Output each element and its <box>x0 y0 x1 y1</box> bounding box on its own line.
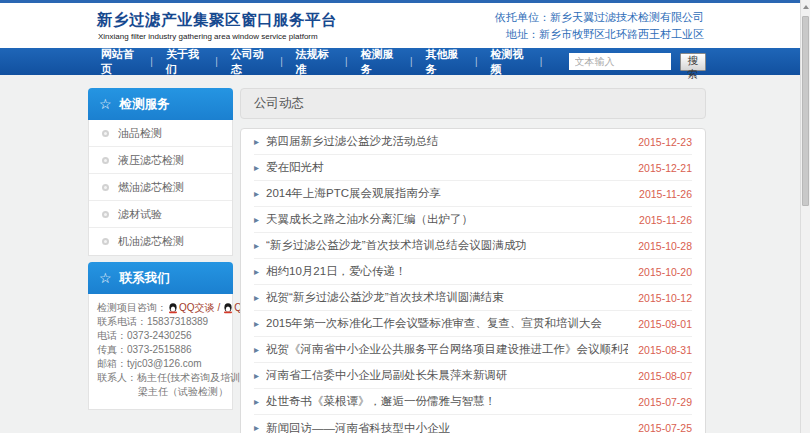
nav-menu-item[interactable]: 网站首页 <box>88 47 153 77</box>
contact-info-line: 联系电话：15837318389 <box>97 315 227 329</box>
qq-consult-line: 检测项目咨询： QQ交谈 / <box>97 301 227 315</box>
news-item-title: 祝贺“新乡过滤公益沙龙”首次技术培训圆满结束 <box>266 290 504 305</box>
news-item[interactable]: ▸ 处世奇书《菜根谭》，邂逅一份儒雅与智慧！ 2015-07-29 <box>254 389 692 415</box>
news-item[interactable]: ▸ 2014年上海PTC展会观展指南分享 2015-11-26 <box>254 181 692 207</box>
nav-menu-item[interactable]: 法规标准 <box>283 47 348 77</box>
circle-bullet-icon <box>102 184 109 191</box>
contact-body: 检测项目咨询： QQ交谈 / <box>88 294 233 410</box>
service-list-item[interactable]: 机油滤芯检测 <box>89 228 232 255</box>
news-item[interactable]: ▸ 相约10月21日，爱心传递！ 2015-10-20 <box>254 259 692 285</box>
news-list: ▸ 第四届新乡过滤公益沙龙活动总结 2015-12-23 ▸ 爱在阳光村 201… <box>240 128 706 433</box>
news-item-date: 2015-10-12 <box>628 292 692 304</box>
circle-bullet-icon <box>102 130 109 137</box>
nav-menu-item[interactable]: 检测视频 <box>478 47 543 77</box>
main-navigation: 网站首页 关于我们 公司动态 法规标准 检测服务 其他服务 检测视频 搜 索 <box>0 48 810 75</box>
news-item-title: “新乡过滤公益沙龙”首次技术培训总结会议圆满成功 <box>266 238 527 253</box>
news-item-title: 第四届新乡过滤公益沙龙活动总结 <box>266 134 439 149</box>
arrow-right-icon: ▸ <box>254 163 259 173</box>
star-icon: ☆ <box>99 271 112 285</box>
address-line: 地址：新乡市牧野区北环路西王村工业区 <box>495 26 704 43</box>
contact-panel-title: 联系我们 <box>120 270 170 287</box>
contact-info-line: 电话：0373-2430256 <box>97 329 227 343</box>
main-content: 公司动态 ▸ 第四届新乡过滤公益沙龙活动总结 2015-12-23 ▸ 爱在阳光… <box>240 88 706 433</box>
scrollbar-thumb[interactable] <box>802 16 809 206</box>
arrow-right-icon: ▸ <box>254 345 259 355</box>
news-item-date: 2015-09-01 <box>628 318 692 330</box>
news-item[interactable]: ▸ 祝贺《河南省中小企业公共服务平台网络项目建设推进工作》会议顺利召开 2015… <box>254 337 692 363</box>
news-item-title: 祝贺《河南省中小企业公共服务平台网络项目建设推进工作》会议顺利召开 <box>266 342 628 357</box>
qq-penguin-icon <box>223 303 233 314</box>
site-subtitle: Xinxiang filter industry gathering area … <box>88 32 337 41</box>
news-item[interactable]: ▸ 新闻回访——河南省科技型中小企业 2015-07-25 <box>254 415 692 433</box>
news-item-date: 2015-10-28 <box>628 240 692 252</box>
vertical-scrollbar[interactable] <box>800 0 810 433</box>
search-input[interactable] <box>569 53 671 70</box>
services-list: 油品检测 液压滤芯检测 燃油滤芯检测 滤材试验 机油滤芯检测 <box>88 120 233 256</box>
news-item-date: 2015-08-07 <box>628 370 692 382</box>
sidebar: ☆ 检测服务 油品检测 液压滤芯检测 燃油滤芯检测 滤材试验 <box>88 88 233 433</box>
scroll-up-button[interactable] <box>801 0 810 14</box>
service-list-item[interactable]: 滤材试验 <box>89 201 232 228</box>
arrow-right-icon: ▸ <box>254 267 259 277</box>
news-item-title: 2014年上海PTC展会观展指南分享 <box>266 186 441 201</box>
services-panel-header: ☆ 检测服务 <box>88 88 233 120</box>
news-item[interactable]: ▸ 河南省工信委中小企业局副处长朱晨萍来新调研 2015-08-07 <box>254 363 692 389</box>
page-title: 公司动态 <box>240 88 706 119</box>
news-item-title: 天翼成长之路之油水分离汇编（出炉了） <box>266 212 473 227</box>
news-item-title: 相约10月21日，爱心传递！ <box>266 264 407 279</box>
nav-menu-item[interactable]: 公司动态 <box>218 47 283 77</box>
qq-chat-link-1[interactable]: QQ交谈 <box>168 301 215 315</box>
news-item-date: 2015-12-21 <box>628 162 692 174</box>
arrow-right-icon: ▸ <box>254 241 259 251</box>
arrow-right-icon: ▸ <box>254 137 259 147</box>
service-list-item[interactable]: 液压滤芯检测 <box>89 147 232 174</box>
news-item[interactable]: ▸ “新乡过滤公益沙龙”首次技术培训总结会议圆满成功 2015-10-28 <box>254 233 692 259</box>
news-item[interactable]: ▸ 祝贺“新乡过滤公益沙龙”首次技术培训圆满结束 2015-10-12 <box>254 285 692 311</box>
site-title: 新乡过滤产业集聚区窗口服务平台 <box>88 10 337 31</box>
news-item[interactable]: ▸ 天翼成长之路之油水分离汇编（出炉了） 2015-11-26 <box>254 207 692 233</box>
arrow-right-icon: ▸ <box>254 423 259 433</box>
news-item-title: 2015年第一次标准化工作会议暨标准审查、复查、宣贯和培训大会 <box>266 316 602 331</box>
news-item-title: 河南省工信委中小企业局副处长朱晨萍来新调研 <box>266 368 508 383</box>
news-item[interactable]: ▸ 2015年第一次标准化工作会议暨标准审查、复查、宣贯和培训大会 2015-0… <box>254 311 692 337</box>
arrow-right-icon: ▸ <box>254 293 259 303</box>
circle-bullet-icon <box>102 211 109 218</box>
qq-penguin-icon <box>168 303 178 314</box>
services-panel: ☆ 检测服务 油品检测 液压滤芯检测 燃油滤芯检测 滤材试验 <box>88 88 233 256</box>
star-icon: ☆ <box>99 97 112 111</box>
nav-menu-item[interactable]: 关于我们 <box>153 47 218 77</box>
arrow-right-icon: ▸ <box>254 397 259 407</box>
circle-bullet-icon <box>102 157 109 164</box>
nav-menu-item[interactable]: 检测服务 <box>348 47 413 77</box>
contact-info-line: 传真：0373-2515886 <box>97 343 227 357</box>
news-item-title: 爱在阳光村 <box>266 160 324 175</box>
news-item-date: 2015-10-20 <box>628 266 692 278</box>
site-logo: 新乡过滤产业集聚区窗口服务平台 Xinxiang filter industry… <box>88 10 337 41</box>
news-item-date: 2015-11-26 <box>629 188 692 200</box>
contact-panel: ☆ 联系我们 检测项目咨询： QQ交谈 / <box>88 262 233 410</box>
contact-info-line: 联系人：杨主任(技术咨询及培训) <box>97 371 227 385</box>
header-contact-info: 依托单位：新乡天翼过滤技术检测有限公司 地址：新乡市牧野区北环路西王村工业区 <box>495 9 706 43</box>
service-list-item[interactable]: 燃油滤芯检测 <box>89 174 232 201</box>
arrow-right-icon: ▸ <box>254 371 259 381</box>
news-item[interactable]: ▸ 第四届新乡过滤公益沙龙活动总结 2015-12-23 <box>254 129 692 155</box>
search-area: 搜 索 <box>569 53 707 71</box>
news-item[interactable]: ▸ 爱在阳光村 2015-12-21 <box>254 155 692 181</box>
contact-panel-header: ☆ 联系我们 <box>88 262 233 294</box>
circle-bullet-icon <box>102 238 109 245</box>
up-arrow-icon <box>803 5 809 9</box>
news-item-date: 2015-08-31 <box>628 344 692 356</box>
site-header: 新乡过滤产业集聚区窗口服务平台 Xinxiang filter industry… <box>0 3 810 48</box>
qq-separator: / <box>218 301 221 315</box>
nav-menu: 网站首页 关于我们 公司动态 法规标准 检测服务 其他服务 检测视频 <box>88 47 543 77</box>
news-item-title: 处世奇书《菜根谭》，邂逅一份儒雅与智慧！ <box>266 394 496 409</box>
services-panel-title: 检测服务 <box>120 96 170 113</box>
service-list-item[interactable]: 油品检测 <box>89 120 232 147</box>
arrow-right-icon: ▸ <box>254 319 259 329</box>
news-item-date: 2015-11-26 <box>629 214 692 226</box>
search-button[interactable]: 搜 索 <box>680 53 707 71</box>
sponsor-line: 依托单位：新乡天翼过滤技术检测有限公司 <box>495 9 704 26</box>
nav-menu-item[interactable]: 其他服务 <box>413 47 478 77</box>
contact-info-line: 梁主任（试验检测） <box>97 385 227 399</box>
arrow-right-icon: ▸ <box>254 189 259 199</box>
